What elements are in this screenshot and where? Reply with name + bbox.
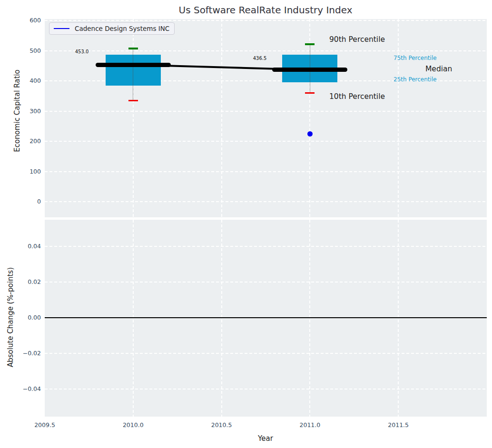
- median-annotation: 436.5: [253, 56, 267, 61]
- p90-cap: [305, 43, 315, 45]
- top-y-tick-label: 100: [15, 168, 41, 175]
- top-y-tick-label: 600: [15, 17, 41, 24]
- percentile-label: 10th Percentile: [329, 92, 385, 101]
- percentile-label: 25th Percentile: [394, 76, 437, 83]
- median-segment: [272, 68, 347, 72]
- top-y-tick-label: 300: [15, 107, 41, 115]
- gridline-y: [45, 353, 487, 354]
- x-tick-label: 2010.5: [211, 421, 232, 429]
- bottom-y-axis-label: Absolute Change (%-points): [6, 267, 15, 367]
- bottom-y-tick-label: −0.04: [15, 385, 41, 392]
- top-y-tick-label: 500: [15, 47, 41, 54]
- bottom-y-tick-label: −0.02: [15, 350, 41, 357]
- bottom-y-tick-label: 0.04: [15, 243, 41, 250]
- figure: Us Software RealRate Industry Index Econ…: [0, 0, 492, 448]
- p10-cap: [128, 100, 138, 101]
- chart-title: Us Software RealRate Industry Index: [179, 4, 353, 16]
- legend: Cadence Design Systems INC: [49, 22, 175, 35]
- gridline-y: [45, 171, 487, 172]
- gridline-y: [45, 282, 487, 282]
- gridline-y: [45, 141, 487, 142]
- x-axis-label: Year: [258, 434, 273, 443]
- top-plot-area: Cadence Design Systems INC 453.0436.590t…: [45, 19, 487, 217]
- x-tick-label: 2011.5: [388, 421, 409, 429]
- x-tick-label: 2009.5: [34, 421, 55, 429]
- x-tick-label: 2010.0: [123, 421, 144, 429]
- percentile-label: Median: [425, 65, 452, 73]
- gridline-y: [45, 201, 487, 202]
- gridline-x: [133, 220, 134, 417]
- legend-label: Cadence Design Systems INC: [75, 25, 169, 32]
- percentile-label: 90th Percentile: [329, 35, 385, 44]
- gridline-y: [45, 50, 487, 51]
- gridline-x: [221, 19, 222, 217]
- top-y-tick-label: 0: [15, 198, 41, 205]
- gridline-x: [221, 220, 222, 417]
- bottom-y-tick-label: 0.02: [15, 278, 41, 285]
- legend-line-sample-icon: [54, 28, 69, 29]
- gridline-y: [45, 20, 487, 21]
- gridline-y: [45, 389, 487, 390]
- gridline-x: [398, 220, 399, 417]
- percentile-label: 75th Percentile: [394, 55, 437, 61]
- gridline-x: [398, 19, 399, 217]
- top-y-tick-label: 200: [15, 137, 41, 145]
- zero-line: [45, 317, 487, 318]
- bottom-y-tick-label: 0.00: [15, 314, 41, 321]
- top-y-tick-label: 400: [15, 77, 41, 84]
- whisker-line: [133, 49, 133, 100]
- p90-cap: [128, 48, 138, 49]
- median-annotation: 453.0: [75, 49, 89, 54]
- company-data-point: [307, 131, 313, 136]
- gridline-x: [309, 220, 310, 417]
- median-segment: [96, 63, 171, 67]
- gridline-y: [45, 246, 487, 247]
- x-tick-label: 2011.0: [300, 421, 321, 429]
- p10-cap: [305, 92, 315, 94]
- bottom-plot-area: [45, 220, 487, 417]
- gridline-y: [45, 111, 487, 112]
